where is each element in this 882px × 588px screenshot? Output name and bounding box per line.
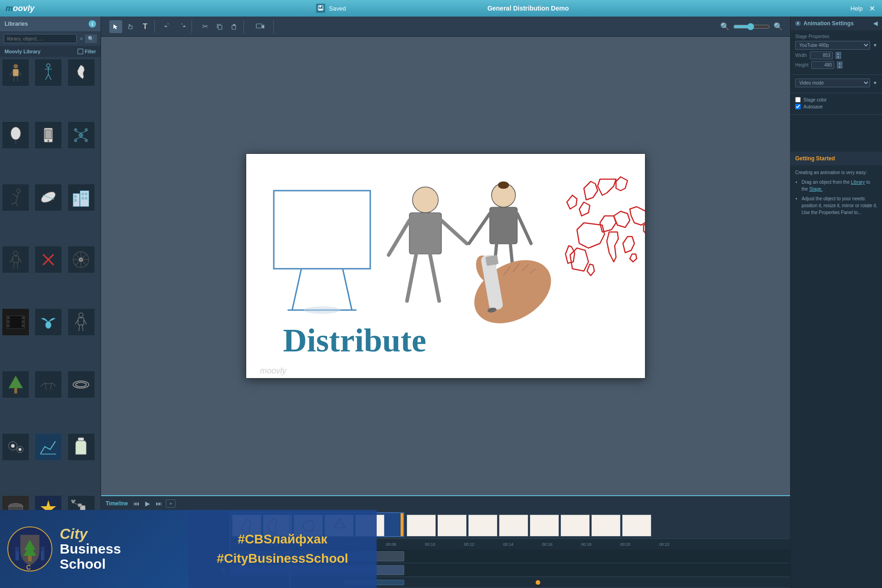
lib-item-chart-up[interactable] — [34, 433, 62, 461]
svg-line-32 — [11, 203, 16, 204]
svg-text:Distribute: Distribute — [283, 322, 426, 359]
width-row: Width ▲ ▼ — [795, 51, 877, 59]
libraries-info-icon[interactable]: i — [89, 20, 96, 28]
lib-item-buildings[interactable] — [68, 184, 95, 211]
svg-line-13 — [48, 74, 51, 80]
height-down[interactable]: ▼ — [837, 65, 842, 68]
lib-item-gears[interactable] — [2, 433, 29, 461]
cut-button[interactable]: ✂ — [198, 20, 211, 33]
getting-started-header: Getting Started — [791, 152, 882, 165]
preset-dropdown-icon[interactable]: ▼ — [873, 43, 877, 48]
svg-rect-102 — [409, 213, 441, 254]
filter-button[interactable]: Filter — [78, 49, 96, 54]
lib-item-bird[interactable] — [34, 308, 62, 336]
search-button[interactable]: 🔍 — [85, 34, 97, 43]
lib-item-italy-map[interactable] — [68, 59, 95, 86]
paste-button[interactable] — [228, 20, 241, 33]
svg-rect-86 — [78, 504, 82, 507]
lib-item-ring[interactable] — [68, 371, 95, 398]
close-button[interactable]: ✕ — [868, 4, 876, 12]
lib-item-film[interactable] — [2, 308, 29, 336]
lib-item-person-standing[interactable] — [2, 59, 29, 86]
export-button[interactable] — [250, 20, 271, 33]
text-tool[interactable]: T — [139, 20, 152, 33]
width-down[interactable]: ▼ — [836, 56, 841, 59]
height-up[interactable]: ▲ — [837, 62, 842, 65]
height-input[interactable] — [811, 61, 834, 69]
scene-add-button[interactable]: + — [166, 499, 175, 508]
thumb-9 — [499, 514, 528, 537]
video-mode-select[interactable]: Video mode — [795, 79, 870, 87]
stage-link[interactable]: Stage. — [809, 187, 823, 192]
search-clear-icon[interactable]: ✕ — [79, 36, 83, 41]
lib-item-balloon[interactable] — [2, 121, 29, 149]
lib-item-person-shopping[interactable] — [2, 246, 29, 273]
svg-rect-1 — [319, 6, 321, 7]
video-mode-row: Video mode ▼ — [795, 79, 877, 87]
svg-line-33 — [16, 203, 17, 206]
thumb-13 — [622, 514, 651, 537]
settings-gear-icon — [795, 21, 801, 26]
title-bar-center: Saved General Distribution Demo — [316, 4, 569, 13]
lib-item-skeleton-figure[interactable] — [34, 59, 62, 86]
height-spinner[interactable]: ▲ ▼ — [837, 62, 842, 68]
copy-button[interactable] — [213, 20, 226, 33]
play-button[interactable]: ▶ — [143, 499, 152, 508]
lib-item-x-mark[interactable] — [34, 246, 62, 273]
svg-line-29 — [17, 192, 18, 197]
settings-collapse-button[interactable]: ◀ — [873, 20, 877, 27]
svg-point-77 — [11, 444, 15, 448]
svg-point-100 — [304, 306, 340, 314]
width-up[interactable]: ▲ — [836, 52, 841, 55]
rewind-button[interactable]: ⏮ — [131, 499, 141, 508]
ruler-mark-22: 00:22 — [659, 542, 670, 547]
svg-point-101 — [413, 187, 438, 213]
svg-rect-73 — [14, 388, 17, 393]
keyframe-2[interactable] — [536, 580, 540, 585]
lib-item-runner[interactable] — [2, 184, 29, 211]
autosave-checkbox[interactable] — [795, 104, 801, 109]
svg-rect-64 — [22, 324, 24, 327]
lib-item-wheel[interactable] — [68, 246, 95, 273]
getting-started-step-1: Drag an object from the Library to the S… — [802, 179, 877, 192]
app-logo: moovly — [6, 4, 34, 13]
width-spinner[interactable]: ▲ ▼ — [836, 52, 841, 59]
svg-line-6 — [18, 71, 21, 75]
library-link[interactable]: Library — [851, 180, 865, 185]
stage-color-checkbox[interactable] — [795, 97, 801, 102]
zoom-slider[interactable] — [733, 23, 770, 30]
svg-line-7 — [13, 76, 14, 82]
help-label[interactable]: Help — [850, 5, 863, 12]
ruler-mark-10: 00:10 — [425, 542, 435, 547]
search-input[interactable] — [4, 34, 77, 43]
preset-select[interactable]: YouTube 480p — [795, 41, 870, 50]
toolbar: T ✂ — [101, 17, 790, 37]
zoom-in-button[interactable]: 🔍 — [772, 20, 785, 33]
zoom-out-button[interactable]: 🔍 — [718, 20, 731, 33]
filter-checkbox[interactable] — [78, 49, 83, 54]
svg-rect-4 — [13, 69, 18, 76]
fast-forward-button[interactable]: ⏭ — [154, 499, 164, 508]
redo-button[interactable] — [176, 20, 189, 33]
video-mode-dropdown-icon[interactable]: ▼ — [873, 80, 877, 85]
hand-tool[interactable] — [124, 20, 137, 33]
scene-block-resize-handle[interactable] — [401, 513, 403, 536]
lib-item-bottle[interactable] — [68, 433, 95, 461]
lib-item-network[interactable] — [68, 121, 95, 149]
svg-point-9 — [46, 64, 50, 68]
lib-item-figure-standing[interactable] — [68, 308, 95, 336]
canvas-content: Distribute moovly — [246, 154, 645, 378]
width-input[interactable] — [810, 51, 833, 59]
svg-point-19 — [79, 133, 83, 137]
svg-rect-43 — [85, 197, 87, 199]
undo-button[interactable] — [161, 20, 174, 33]
lib-item-phone[interactable] — [34, 121, 62, 149]
canvas-area[interactable]: Distribute moovly — [101, 37, 790, 495]
pointer-tool[interactable] — [109, 20, 122, 33]
hashtag-overlay: #CBSлайфхак #CityBusinessSchool — [188, 510, 377, 588]
svg-point-21 — [85, 128, 88, 131]
lib-item-handshake[interactable] — [34, 371, 62, 398]
lib-item-tree[interactable] — [2, 371, 29, 398]
lib-item-pill[interactable] — [34, 184, 62, 211]
right-sidebar: Animation Settings ◀ Stage Properties Yo… — [790, 17, 882, 588]
